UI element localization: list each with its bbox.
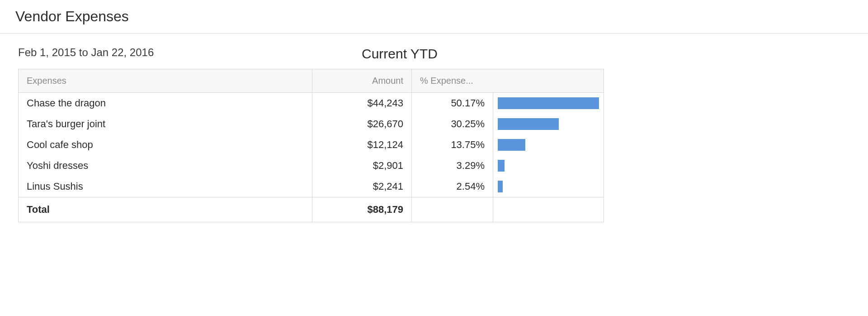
total-amount: $88,179	[312, 197, 412, 222]
expense-bar	[498, 118, 559, 130]
date-range-label: Feb 1, 2015 to Jan 22, 2016	[18, 46, 154, 59]
expense-bar	[498, 97, 599, 109]
vendor-bar-cell	[493, 176, 604, 197]
vendor-pct: 13.75%	[412, 134, 493, 155]
expense-bar	[498, 160, 505, 172]
title-bar: Vendor Expenses	[0, 0, 868, 34]
table-row[interactable]: Tara's burger joint$26,67030.25%	[19, 114, 604, 134]
expense-bar	[498, 181, 503, 192]
total-pct	[412, 197, 493, 222]
expenses-table: Expenses Amount % Expense... Chase the d…	[18, 69, 604, 222]
table-row[interactable]: Cool cafe shop$12,12413.75%	[19, 134, 604, 155]
table-header-row: Expenses Amount % Expense...	[19, 69, 604, 93]
vendor-name: Chase the dragon	[19, 93, 312, 114]
total-row: Total $88,179	[19, 197, 604, 222]
page-title: Vendor Expenses	[15, 8, 853, 25]
vendor-name: Cool cafe shop	[19, 134, 312, 155]
total-bar-cell	[493, 197, 604, 222]
table-row[interactable]: Chase the dragon$44,24350.17%	[19, 93, 604, 114]
table-row[interactable]: Yoshi dresses$2,9013.29%	[19, 155, 604, 176]
vendor-bar-cell	[493, 114, 604, 134]
col-pct-expense[interactable]: % Expense...	[412, 69, 604, 93]
vendor-amount: $44,243	[312, 93, 412, 114]
vendor-name: Linus Sushis	[19, 176, 312, 197]
table-row[interactable]: Linus Sushis$2,2412.54%	[19, 176, 604, 197]
meta-row: Feb 1, 2015 to Jan 22, 2016 Current YTD	[18, 46, 850, 59]
vendor-amount: $2,901	[312, 155, 412, 176]
expense-bar	[498, 139, 525, 151]
vendor-amount: $2,241	[312, 176, 412, 197]
vendor-bar-cell	[493, 134, 604, 155]
vendor-name: Tara's burger joint	[19, 114, 312, 134]
vendor-pct: 50.17%	[412, 93, 493, 114]
period-label: Current YTD	[362, 46, 438, 62]
vendor-amount: $26,670	[312, 114, 412, 134]
vendor-bar-cell	[493, 155, 604, 176]
total-label: Total	[19, 197, 312, 222]
vendor-name: Yoshi dresses	[19, 155, 312, 176]
vendor-pct: 2.54%	[412, 176, 493, 197]
vendor-bar-cell	[493, 93, 604, 114]
content-area: Feb 1, 2015 to Jan 22, 2016 Current YTD …	[0, 34, 868, 222]
vendor-amount: $12,124	[312, 134, 412, 155]
vendor-pct: 30.25%	[412, 114, 493, 134]
vendor-pct: 3.29%	[412, 155, 493, 176]
col-expenses[interactable]: Expenses	[19, 69, 312, 93]
col-amount[interactable]: Amount	[312, 69, 412, 93]
